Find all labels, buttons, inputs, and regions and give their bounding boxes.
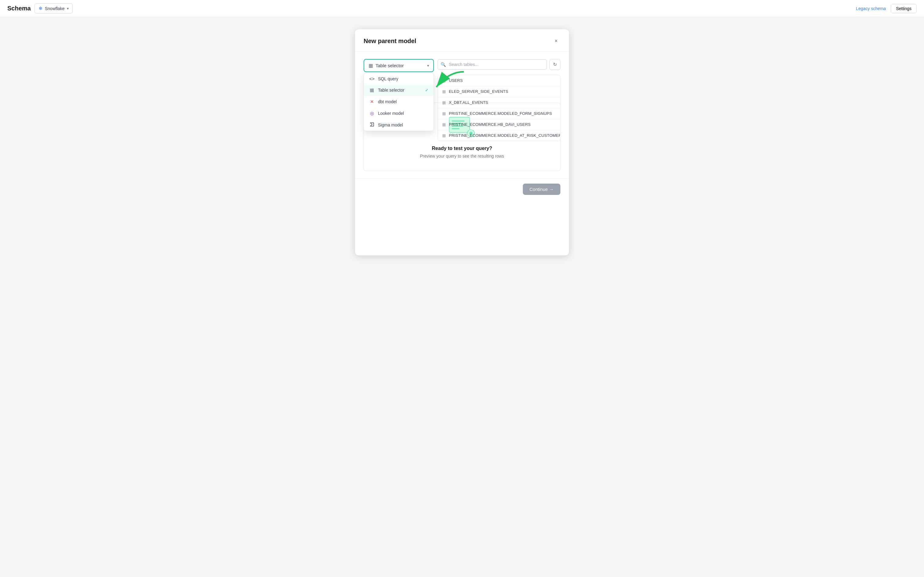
dropdown-label-table: Table selector — [378, 88, 404, 93]
table-selector-icon: ▦ — [369, 63, 373, 68]
dropdown-item-sql[interactable]: <> SQL query — [364, 73, 434, 84]
dropdown-item-looker[interactable]: ◎ Looker model — [364, 108, 434, 119]
table-row-icon: ▦ — [442, 133, 446, 138]
continue-button[interactable]: Continue → — [523, 184, 560, 195]
table-row[interactable]: ▦ PRISTINE_ECOMMERCE.MODELED_AT_RISK_CUS… — [438, 130, 560, 141]
looker-icon: ◎ — [369, 111, 375, 116]
datasource-selector[interactable]: ❄ Snowflake ▾ — [34, 3, 73, 13]
table-list: ▦ USERS ▦ ELED_SERVER_SIDE_EVENTS ▦ X_DB… — [437, 75, 560, 141]
snowflake-icon: ❄ — [39, 5, 42, 11]
right-panel: 🔍 ↻ ▦ USERS ▦ ELED_SERVER_SIDE_EVENTS — [437, 59, 560, 141]
table-row[interactable]: ▦ PRISTINE_ECOMMERCE.MODELED_FORM_SIGNUP… — [438, 108, 560, 119]
selector-dropdown: <> SQL query ▦ Table selector ✓ — [364, 73, 434, 131]
dropdown-label-sigma: Sigma model — [378, 122, 403, 127]
table-row[interactable]: ▦ USERS — [438, 75, 560, 86]
table-row-name: ELED_SERVER_SIDE_EVENTS — [449, 89, 508, 94]
modal-header: New parent model × — [355, 29, 569, 52]
close-button[interactable]: × — [552, 37, 560, 45]
refresh-button[interactable]: ↻ — [549, 59, 560, 70]
table-row-name: PRISTINE_ECOMMERCE.HB_DAVI_USERS — [449, 122, 531, 127]
table-row-name: PRISTINE_ECOMMERCE.MODELED_AT_RISK_CUSTO… — [449, 133, 560, 138]
modal-footer: Continue → — [355, 178, 569, 200]
dropdown-item-dbt[interactable]: ✕ dbt model — [364, 96, 434, 108]
table-row[interactable]: ▦ PRISTINE_ECOMMERCE.HB_DAVI_USERS — [438, 119, 560, 130]
table-row-name: X_DBT.ALL_EVENTS — [449, 100, 488, 105]
table-row-icon: ▦ — [442, 78, 446, 83]
table-row-icon: ▦ — [442, 100, 446, 105]
dropdown-label-sql: SQL query — [378, 76, 398, 81]
app-header: Schema ❄ Snowflake ▾ Legacy schema Setti… — [0, 0, 924, 17]
search-icon: 🔍 — [440, 62, 446, 67]
settings-button[interactable]: Settings — [891, 4, 917, 13]
table-selector-trigger[interactable]: ▦ Table selector ▾ — [364, 59, 434, 72]
chevron-down-icon: ▾ — [67, 6, 69, 11]
search-input[interactable] — [437, 59, 547, 69]
table-row[interactable]: ▦ X_DBT.ALL_EVENTS — [438, 97, 560, 108]
dropdown-item-table[interactable]: ▦ Table selector ✓ — [364, 84, 434, 96]
search-bar: 🔍 ↻ — [437, 59, 560, 70]
preview-subtext: Preview your query to see the resulting … — [420, 154, 504, 158]
table-selector-item-icon: ▦ — [369, 87, 375, 93]
header-right: Legacy schema Settings — [856, 4, 917, 13]
dropdown-item-sigma[interactable]: Sigma model — [364, 119, 434, 131]
table-row-icon: ▦ — [442, 111, 446, 116]
modal-body: ▦ Table selector ▾ <> SQL query — [355, 52, 569, 82]
dbt-icon: ✕ — [369, 99, 375, 105]
selector-chevron-icon: ▾ — [427, 63, 429, 68]
table-row-icon: ▦ — [442, 122, 446, 127]
sigma-icon — [369, 122, 375, 128]
legacy-schema-link[interactable]: Legacy schema — [856, 6, 886, 11]
check-icon: ✓ — [425, 88, 429, 93]
table-row-name: USERS — [449, 78, 463, 83]
new-parent-model-modal: New parent model × ▦ Table selector ▾ — [355, 29, 569, 255]
dropdown-label-dbt: dbt model — [378, 99, 397, 104]
table-row-name: PRISTINE_ECOMMERCE.MODELED_FORM_SIGNUPS — [449, 111, 552, 116]
main-content: New parent model × ▦ Table selector ▾ — [0, 17, 924, 268]
preview-heading: Ready to test your query? — [432, 146, 492, 151]
search-input-wrapper: 🔍 — [437, 59, 547, 69]
table-row[interactable]: ▦ ELED_SERVER_SIDE_EVENTS — [438, 86, 560, 97]
table-row-icon: ▦ — [442, 89, 446, 94]
sql-icon: <> — [369, 76, 375, 81]
header-left: Schema ❄ Snowflake ▾ — [7, 3, 73, 13]
app-logo: Schema — [7, 5, 31, 12]
datasource-name: Snowflake — [45, 6, 65, 11]
modal-title: New parent model — [364, 37, 416, 45]
selector-label: Table selector — [376, 63, 404, 68]
dropdown-label-looker: Looker model — [378, 111, 404, 116]
